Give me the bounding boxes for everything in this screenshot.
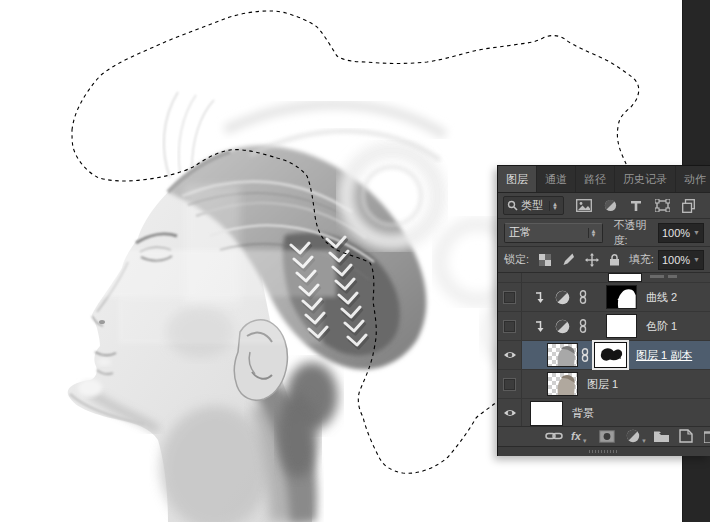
- visibility-empty-checkbox[interactable]: [503, 378, 516, 391]
- adjustment-circle-icon: [626, 429, 640, 443]
- visibility-well[interactable]: [498, 312, 522, 340]
- layer-row-background[interactable]: 背景: [498, 399, 710, 426]
- blend-mode-value: 正常: [509, 225, 531, 240]
- blend-mode-dropdown[interactable]: 正常 ▲▼: [504, 223, 603, 243]
- blend-mode-row: 正常 ▲▼ 不透明度: 100% ▼: [498, 219, 710, 247]
- layer-row-layer1-copy[interactable]: 图层 1 副本: [498, 341, 710, 370]
- visibility-well[interactable]: [498, 399, 522, 426]
- folder-icon: [653, 430, 670, 443]
- clipping-mask-arrow-icon: [536, 292, 545, 303]
- tab-channels[interactable]: 通道: [537, 166, 576, 192]
- layer-name[interactable]: 色阶 1: [646, 319, 677, 334]
- image-icon: [576, 199, 592, 212]
- filter-pixel-layers-button[interactable]: [576, 198, 593, 213]
- mask-link-icon[interactable]: [581, 348, 589, 362]
- opacity-value-box[interactable]: 100% ▼: [658, 223, 704, 243]
- layers-bottom-toolbar: fx ▼ ▼: [498, 426, 710, 446]
- link-icon: [545, 431, 563, 441]
- visibility-well[interactable]: [498, 283, 522, 311]
- layer-mask-thumbnail[interactable]: [606, 314, 637, 338]
- filter-adjustment-layers-button[interactable]: [602, 198, 619, 213]
- lock-position-icon[interactable]: [585, 253, 599, 267]
- visibility-well[interactable]: [498, 341, 522, 369]
- layer-mask-thumbnail-selected[interactable]: [594, 342, 627, 368]
- mask-link-icon[interactable]: [579, 319, 587, 333]
- tab-history[interactable]: 历史记录: [615, 166, 676, 192]
- blend-mode-arrows-icon: ▲▼: [588, 228, 599, 238]
- layer-name[interactable]: 曲线 2: [646, 290, 677, 305]
- lock-transparency-icon[interactable]: [539, 254, 551, 266]
- trash-icon: [704, 430, 710, 443]
- eye-icon[interactable]: [503, 350, 517, 360]
- panel-resize-grip[interactable]: [498, 446, 710, 456]
- shape-rect-icon: [655, 199, 670, 212]
- layer-image-thumbnail[interactable]: [530, 401, 563, 426]
- fill-value-box[interactable]: 100% ▼: [658, 250, 704, 270]
- new-adjustment-layer-button[interactable]: ▼: [626, 428, 647, 444]
- new-group-button[interactable]: [653, 428, 670, 444]
- eye-icon[interactable]: [503, 408, 517, 418]
- layer-row-levels1[interactable]: 色阶 1: [498, 312, 710, 341]
- panel-tab-bar: 图层 通道 路径 历史记录 动作: [498, 166, 710, 193]
- layer-name[interactable]: 图层 1: [587, 377, 618, 392]
- clipping-mask-arrow-icon: [536, 321, 545, 332]
- layer-filter-row: 类型 ▲▼: [498, 193, 710, 219]
- link-layers-button[interactable]: [545, 428, 563, 444]
- layer-row-layer1[interactable]: 图层 1: [498, 370, 710, 399]
- layer-list: 曲线 2 色阶 1: [498, 273, 710, 426]
- layer-image-thumbnail[interactable]: [547, 372, 578, 396]
- filter-kind-dropdown[interactable]: 类型 ▲▼: [503, 196, 564, 215]
- photoshop-workspace: 图层 通道 路径 历史记录 动作 类型 ▲▼: [0, 0, 710, 522]
- layer-row-curves2[interactable]: 曲线 2: [498, 283, 710, 312]
- visibility-empty-checkbox[interactable]: [503, 291, 516, 304]
- visibility-well[interactable]: [498, 370, 522, 398]
- filter-kind-value: 类型: [521, 198, 543, 213]
- new-layer-button[interactable]: [679, 428, 693, 444]
- grip-dots: [589, 450, 619, 453]
- lock-all-icon[interactable]: [609, 253, 620, 266]
- filter-kind-arrows-icon: ▲▼: [549, 201, 560, 211]
- layers-panel: 图层 通道 路径 历史记录 动作 类型 ▲▼: [497, 165, 710, 456]
- layer-style-button[interactable]: fx ▼: [571, 428, 588, 444]
- tab-layers[interactable]: 图层: [498, 166, 537, 192]
- lock-label: 锁定:: [504, 252, 529, 267]
- lock-row: 锁定: 填充:: [498, 247, 710, 273]
- mask-link-icon[interactable]: [579, 290, 587, 304]
- layer-name[interactable]: 图层 1 副本: [636, 348, 692, 363]
- search-icon: [507, 200, 518, 211]
- type-T-icon: [630, 200, 642, 212]
- adjustment-circle-icon: [604, 199, 617, 212]
- filter-type-layers-button[interactable]: [628, 198, 645, 213]
- fx-icon: fx: [571, 430, 581, 442]
- fill-label: 填充:: [629, 252, 654, 267]
- filter-shape-layers-button[interactable]: [654, 198, 671, 213]
- adjustment-layer-icon: [555, 319, 570, 334]
- layer-mask-thumbnail[interactable]: [606, 285, 637, 309]
- layer-name[interactable]: 背景: [572, 406, 594, 421]
- new-layer-icon: [679, 429, 693, 443]
- add-mask-icon: [599, 430, 615, 443]
- layer-image-thumbnail[interactable]: [547, 343, 578, 367]
- opacity-arrow-icon: ▼: [693, 229, 700, 236]
- opacity-label: 不透明度:: [613, 218, 653, 248]
- adjustment-more-arrow-icon: ▼: [641, 438, 647, 444]
- adjustment-layer-icon: [555, 290, 570, 305]
- layer-row-partial[interactable]: [498, 273, 710, 283]
- tab-paths[interactable]: 路径: [576, 166, 615, 192]
- visibility-well[interactable]: [498, 273, 522, 282]
- smart-object-icon: [682, 199, 695, 213]
- filter-smart-object-button[interactable]: [680, 198, 697, 213]
- layer-mask-thumbnail-partial[interactable]: [608, 273, 642, 282]
- delete-layer-button[interactable]: [704, 428, 710, 444]
- visibility-empty-checkbox[interactable]: [503, 320, 516, 333]
- lock-pixels-brush-icon[interactable]: [561, 253, 575, 266]
- fx-more-arrow-icon: ▼: [582, 438, 588, 444]
- fill-arrow-icon: ▼: [693, 256, 700, 263]
- add-layer-mask-button[interactable]: [599, 428, 615, 444]
- tab-actions[interactable]: 动作: [676, 166, 710, 192]
